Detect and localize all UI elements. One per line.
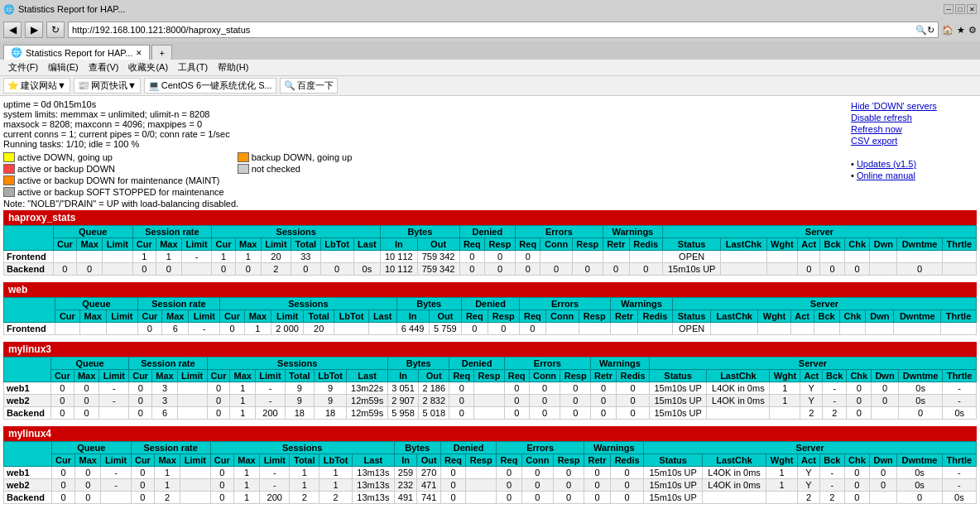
close-button[interactable]: ✕ (967, 4, 977, 14)
td: - (181, 251, 211, 263)
th-s-total: Total (290, 454, 319, 467)
refresh-now-link[interactable]: Refresh now (851, 124, 902, 134)
th-warnings: Warnings (611, 298, 673, 310)
td: 0 (449, 407, 474, 420)
disable-refresh-link[interactable]: Disable refresh (851, 113, 912, 122)
hide-down-servers-link[interactable]: Hide 'DOWN' servers (851, 101, 937, 111)
th-b-out: Out (419, 370, 449, 382)
td (603, 251, 629, 263)
tab-label: Statistics Report for HAP... (26, 48, 132, 58)
th-b-out: Out (417, 238, 459, 251)
th-name (4, 442, 52, 467)
kuaixun-icon: 📰 (78, 80, 89, 91)
online-manual-link[interactable]: Online manual (857, 170, 915, 180)
td: 0 (897, 263, 942, 276)
td: 0 (497, 467, 521, 479)
td: 0 (504, 407, 529, 420)
toolbar-btn-kuaixun[interactable]: 📰 网页快讯▼ (74, 78, 141, 94)
toolbar-btn-centos[interactable]: 💻 CentOS 6一键系统优化 S... (144, 78, 276, 94)
th-q-cur: Cur (53, 238, 76, 251)
td: 759 342 (417, 263, 459, 276)
th-sv-act: Act (797, 454, 819, 467)
menu-view[interactable]: 查看(V) (84, 60, 124, 74)
td: 0s (353, 263, 380, 276)
forward-button[interactable]: ▶ (25, 22, 43, 38)
th-sessions: Sessions (207, 358, 387, 370)
toolbar-btn-jianyi[interactable]: ⭐ 建议网站▼ (3, 78, 70, 94)
active-tab[interactable]: 🌐 Statistics Report for HAP... ✕ (3, 45, 150, 60)
th-sessions: Sessions (212, 226, 381, 238)
new-tab-button[interactable]: + (151, 45, 171, 60)
td: 0 (131, 492, 154, 504)
right-panel-external-links: • Updates (v1.5) • Online manual (851, 159, 970, 180)
td: 6 (162, 323, 189, 335)
legend-section: active DOWN, going up active or backup D… (3, 152, 838, 209)
legend-rows: active DOWN, going up active or backup D… (3, 152, 838, 197)
toolbar: ⭐ 建议网站▼ 📰 网页快讯▼ 💻 CentOS 6一键系统优化 S... 🔍 … (0, 76, 980, 96)
section-header-mylinux3: mylinux3 (3, 342, 977, 357)
menu-help[interactable]: 帮助(H) (213, 60, 253, 74)
th-server: Server (662, 226, 976, 238)
td (721, 251, 766, 263)
td: 12m59s (347, 407, 388, 420)
toolbar-btn-baidu[interactable]: 🔍 百度一下 (280, 78, 338, 94)
td: 20 (261, 251, 291, 263)
star-icon[interactable]: ★ (957, 25, 965, 36)
td: 2 907 (388, 395, 419, 407)
address-bar[interactable]: http://192.168.100.121:8000/haproxy_stat… (68, 22, 939, 38)
th-sv-chk: Chk (844, 454, 869, 467)
td: 0 (554, 467, 584, 479)
td: 759 342 (417, 251, 459, 263)
th-sv-dwn: Dwn (870, 454, 897, 467)
td: 0 (75, 479, 101, 492)
td: L4OK in 0ms (707, 382, 770, 395)
td: 0 (554, 479, 584, 492)
td: 1 (156, 251, 181, 263)
updates-link[interactable]: Updates (v1.5) (857, 159, 916, 169)
td: 13m13s (353, 467, 394, 479)
tab-close-button[interactable]: ✕ (136, 49, 142, 57)
td: 0 (459, 263, 484, 276)
centos-icon: 💻 (148, 80, 160, 91)
menu-file[interactable]: 文件(F) (3, 60, 43, 74)
th-w-redis: Redis (629, 238, 662, 251)
refresh-button[interactable]: ↻ (46, 22, 65, 38)
td: 1 (233, 492, 259, 504)
th-denied: Denied (449, 358, 504, 370)
td: 2 (823, 407, 847, 420)
td: 1 (290, 467, 319, 479)
legend-text-5: active or backup DOWN for maintenance (M… (17, 175, 220, 185)
col-group-header: Queue Session rate Sessions Bytes Denied… (4, 226, 977, 238)
back-button[interactable]: ◀ (3, 22, 22, 38)
minimize-button[interactable]: ─ (944, 4, 954, 14)
menu-tools[interactable]: 工具(T) (173, 60, 213, 74)
td (766, 251, 798, 263)
td: 0 (210, 492, 233, 504)
td: 1 (319, 479, 352, 492)
td: 0 (504, 395, 529, 407)
th-w-retr: Retr (584, 454, 611, 467)
td: 0 (590, 395, 616, 407)
td (870, 492, 897, 504)
th-sv-lastchk: LastChk (702, 454, 766, 467)
legend-item-active-backup-down: active or backup DOWN (3, 164, 224, 174)
menu-favorites[interactable]: 收藏夹(A) (123, 60, 173, 74)
td: L4OK in 0ms (702, 479, 766, 492)
td: Y (800, 382, 823, 395)
td: 0 (610, 467, 643, 479)
th-b-out: Out (429, 310, 461, 323)
maximize-button[interactable]: □ (955, 4, 965, 14)
row-name-web2: web2 (4, 479, 52, 492)
td: 1 (235, 251, 261, 263)
th-s-last: Last (368, 310, 396, 323)
col-group-header: Queue Session rate Sessions Bytes Denied… (4, 298, 977, 310)
th-q-max: Max (74, 370, 99, 382)
csv-export-link[interactable]: CSV export (851, 136, 897, 146)
td: 0s (898, 395, 943, 407)
th-e-resp: Resp (554, 454, 584, 467)
settings-icon[interactable]: ⚙ (968, 25, 977, 36)
td: 0 (50, 407, 74, 420)
th-q-cur: Cur (50, 370, 74, 382)
menu-edit[interactable]: 编辑(E) (43, 60, 84, 74)
home-icon[interactable]: 🏠 (942, 25, 954, 36)
